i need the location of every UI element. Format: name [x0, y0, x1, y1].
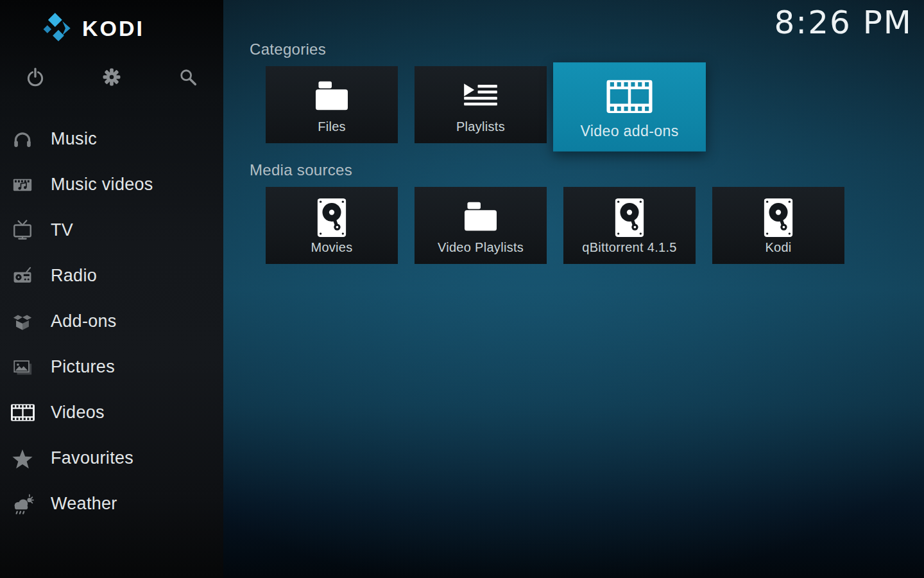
- tile-playlists[interactable]: Playlists: [415, 66, 547, 143]
- tile-label: Kodi: [712, 240, 844, 255]
- tile-video-add-ons[interactable]: Video add-ons: [553, 62, 706, 152]
- harddisk-icon: [318, 198, 346, 237]
- folder-icon: [462, 200, 499, 232]
- sidebar-menu: Music Music videos TV Radio Add-ons Pict…: [0, 116, 223, 527]
- app-title: KODI: [82, 16, 144, 41]
- sidebar-item-pictures[interactable]: Pictures: [0, 344, 223, 390]
- tile-label: Playlists: [415, 119, 547, 134]
- sidebar-item-label: Videos: [51, 403, 105, 423]
- content: Categories Files Playlists Video add-ons…: [223, 0, 924, 264]
- sidebar-item-weather[interactable]: Weather: [0, 481, 223, 527]
- sidebar-item-label: Radio: [51, 266, 97, 286]
- music-videos-icon: [12, 174, 33, 196]
- sidebar-item-label: Favourites: [51, 448, 133, 468]
- tile-row: Movies Video Playlists qBittorrent 4.1.5…: [266, 187, 924, 264]
- search-button[interactable]: [177, 66, 199, 88]
- harddisk-icon: [615, 198, 644, 237]
- gear-icon: [101, 66, 123, 88]
- sidebar-item-label: Weather: [51, 494, 117, 514]
- addons-icon: [12, 311, 33, 333]
- sidebar-item-music[interactable]: Music: [0, 116, 223, 162]
- tile-row: Files Playlists Video add-ons: [266, 66, 924, 143]
- kodi-logo-icon: [42, 12, 74, 44]
- main-area: 8:26 PM Categories Files Playlists Video…: [223, 0, 924, 578]
- tile-label: Movies: [266, 240, 398, 255]
- app-logo: KODI: [42, 12, 144, 45]
- tile-label: Video Playlists: [415, 240, 547, 255]
- sidebar: KODI Music Music videos TV Radio Add-ons: [0, 0, 223, 578]
- search-icon: [177, 66, 199, 88]
- tile-movies[interactable]: Movies: [266, 187, 398, 264]
- playlist-icon: [463, 83, 499, 109]
- power-button[interactable]: [24, 66, 46, 88]
- sidebar-item-label: Add-ons: [51, 311, 117, 331]
- settings-button[interactable]: [101, 66, 123, 88]
- section-title: Media sources: [250, 161, 924, 180]
- tile-files[interactable]: Files: [266, 66, 398, 143]
- weather-icon: [11, 493, 34, 516]
- sidebar-item-radio[interactable]: Radio: [0, 253, 223, 299]
- folder-icon: [313, 80, 350, 112]
- sidebar-item-label: Music: [51, 129, 97, 149]
- power-icon: [24, 66, 46, 88]
- tile-label: Files: [266, 119, 398, 134]
- filmstrip-icon: [606, 80, 653, 113]
- videos-icon: [11, 404, 35, 421]
- sidebar-item-label: Pictures: [51, 357, 115, 377]
- tv-icon: [12, 220, 33, 241]
- sidebar-item-music-videos[interactable]: Music videos: [0, 162, 223, 207]
- sidebar-item-label: TV: [51, 220, 73, 240]
- section-title: Categories: [250, 40, 924, 59]
- section-media-sources: Media sources Movies Video Playlists qBi…: [223, 161, 924, 264]
- sidebar-item-add-ons[interactable]: Add-ons: [0, 299, 223, 344]
- pictures-icon: [12, 356, 33, 378]
- favourites-icon: [12, 448, 33, 469]
- music-icon: [12, 128, 33, 150]
- sidebar-item-favourites[interactable]: Favourites: [0, 435, 223, 481]
- radio-icon: [12, 265, 33, 287]
- harddisk-icon: [764, 198, 793, 237]
- tile-label: Video add-ons: [553, 123, 706, 140]
- sidebar-item-videos[interactable]: Videos: [0, 390, 223, 435]
- sidebar-item-label: Music videos: [51, 175, 153, 195]
- sidebar-actions: [24, 66, 199, 88]
- section-categories: Categories Files Playlists Video add-ons: [223, 40, 924, 143]
- tile-qbittorrent-4-1-5[interactable]: qBittorrent 4.1.5: [563, 187, 696, 264]
- tile-label: qBittorrent 4.1.5: [563, 240, 696, 255]
- sidebar-item-tv[interactable]: TV: [0, 207, 223, 253]
- tile-kodi[interactable]: Kodi: [712, 187, 844, 264]
- tile-video-playlists[interactable]: Video Playlists: [415, 187, 547, 264]
